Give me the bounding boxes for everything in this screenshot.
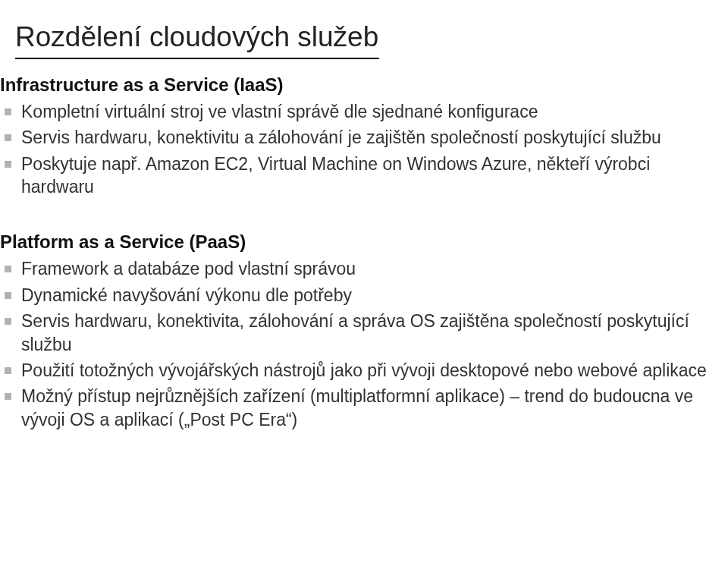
section-gap xyxy=(0,201,719,218)
list-item-text: Možný přístup nejrůznějších zařízení (mu… xyxy=(21,386,693,429)
square-bullet-icon xyxy=(5,393,11,400)
section-header: Infrastructure as a Service (IaaS) xyxy=(0,74,719,96)
list-item: Použití totožných vývojářských nástrojů … xyxy=(0,359,719,382)
square-bullet-icon xyxy=(5,109,11,115)
slide-title: Rozdělení cloudových služeb xyxy=(15,21,719,53)
square-bullet-icon xyxy=(5,292,11,299)
slide: Rozdělení cloudových služeb Infrastructu… xyxy=(0,0,728,582)
list-item: Framework a databáze pod vlastní správou xyxy=(0,257,719,280)
list-item: Servis hardwaru, konektivitu a zálohován… xyxy=(0,126,719,149)
list-item-text: Poskytuje např. Amazon EC2, Virtual Mach… xyxy=(21,154,650,197)
list-item-text: Kompletní virtuální stroj ve vlastní spr… xyxy=(21,102,538,121)
list-item: Kompletní virtuální stroj ve vlastní spr… xyxy=(0,100,719,123)
list-item-text: Dynamické navyšování výkonu dle potřeby xyxy=(21,285,352,305)
list-item-text: Použití totožných vývojářských nástrojů … xyxy=(21,360,707,380)
list-item: Poskytuje např. Amazon EC2, Virtual Mach… xyxy=(0,153,719,199)
section-paas: Platform as a Service (PaaS) Framework a… xyxy=(0,231,719,431)
section-header: Platform as a Service (PaaS) xyxy=(0,231,719,253)
list-item: Servis hardwaru, konektivita, zálohování… xyxy=(0,310,719,356)
bullet-list: Framework a databáze pod vlastní správou… xyxy=(0,257,719,431)
list-item-text: Framework a databáze pod vlastní správou xyxy=(21,259,356,278)
section-iaas: Infrastructure as a Service (IaaS) Kompl… xyxy=(0,74,719,198)
list-item-text: Servis hardwaru, konektivitu a zálohován… xyxy=(21,127,661,147)
title-underline xyxy=(15,58,379,59)
square-bullet-icon xyxy=(5,266,11,272)
list-item: Možný přístup nejrůznějších zařízení (mu… xyxy=(0,385,719,431)
list-item-text: Servis hardwaru, konektivita, zálohování… xyxy=(21,311,689,354)
square-bullet-icon xyxy=(5,318,11,325)
square-bullet-icon xyxy=(5,161,11,168)
list-item: Dynamické navyšování výkonu dle potřeby xyxy=(0,284,719,307)
bullet-list: Kompletní virtuální stroj ve vlastní spr… xyxy=(0,100,719,198)
square-bullet-icon xyxy=(5,367,11,374)
square-bullet-icon xyxy=(5,134,11,141)
